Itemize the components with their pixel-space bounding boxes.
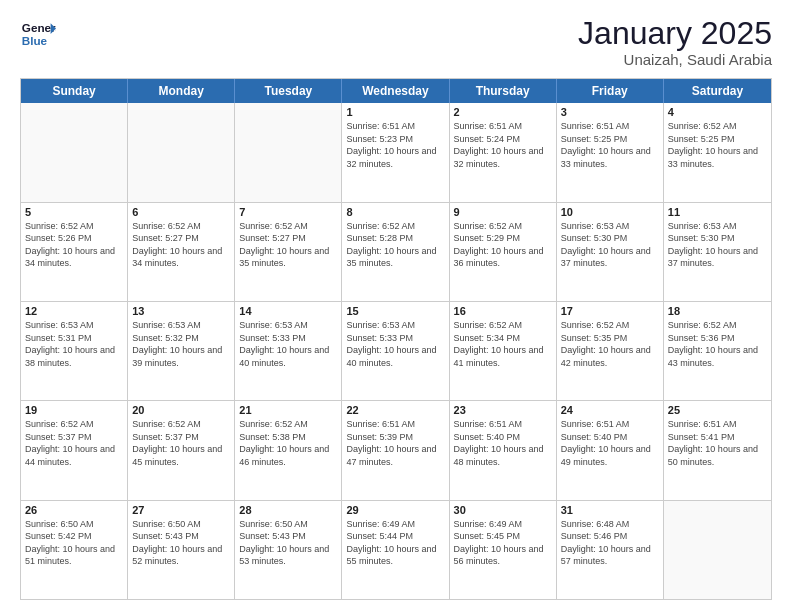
day-number: 13 bbox=[132, 305, 230, 317]
day-cell-1-0: 5Sunrise: 6:52 AM Sunset: 5:26 PM Daylig… bbox=[21, 203, 128, 301]
day-cell-4-6 bbox=[664, 501, 771, 599]
day-number: 25 bbox=[668, 404, 767, 416]
logo: General Blue bbox=[20, 16, 56, 52]
day-cell-1-2: 7Sunrise: 6:52 AM Sunset: 5:27 PM Daylig… bbox=[235, 203, 342, 301]
day-info: Sunrise: 6:52 AM Sunset: 5:34 PM Dayligh… bbox=[454, 319, 552, 369]
day-number: 8 bbox=[346, 206, 444, 218]
day-number: 7 bbox=[239, 206, 337, 218]
day-number: 16 bbox=[454, 305, 552, 317]
day-cell-3-0: 19Sunrise: 6:52 AM Sunset: 5:37 PM Dayli… bbox=[21, 401, 128, 499]
day-number: 26 bbox=[25, 504, 123, 516]
day-number: 30 bbox=[454, 504, 552, 516]
day-number: 18 bbox=[668, 305, 767, 317]
day-info: Sunrise: 6:51 AM Sunset: 5:24 PM Dayligh… bbox=[454, 120, 552, 170]
day-number: 27 bbox=[132, 504, 230, 516]
day-number: 20 bbox=[132, 404, 230, 416]
day-cell-1-3: 8Sunrise: 6:52 AM Sunset: 5:28 PM Daylig… bbox=[342, 203, 449, 301]
day-info: Sunrise: 6:53 AM Sunset: 5:31 PM Dayligh… bbox=[25, 319, 123, 369]
calendar-row-4: 26Sunrise: 6:50 AM Sunset: 5:42 PM Dayli… bbox=[21, 500, 771, 599]
day-cell-2-6: 18Sunrise: 6:52 AM Sunset: 5:36 PM Dayli… bbox=[664, 302, 771, 400]
day-info: Sunrise: 6:53 AM Sunset: 5:32 PM Dayligh… bbox=[132, 319, 230, 369]
day-number: 29 bbox=[346, 504, 444, 516]
day-cell-3-3: 22Sunrise: 6:51 AM Sunset: 5:39 PM Dayli… bbox=[342, 401, 449, 499]
day-cell-0-0 bbox=[21, 103, 128, 201]
day-number: 31 bbox=[561, 504, 659, 516]
day-info: Sunrise: 6:51 AM Sunset: 5:23 PM Dayligh… bbox=[346, 120, 444, 170]
day-cell-1-6: 11Sunrise: 6:53 AM Sunset: 5:30 PM Dayli… bbox=[664, 203, 771, 301]
day-number: 5 bbox=[25, 206, 123, 218]
day-cell-3-2: 21Sunrise: 6:52 AM Sunset: 5:38 PM Dayli… bbox=[235, 401, 342, 499]
day-info: Sunrise: 6:52 AM Sunset: 5:37 PM Dayligh… bbox=[132, 418, 230, 468]
calendar-row-1: 5Sunrise: 6:52 AM Sunset: 5:26 PM Daylig… bbox=[21, 202, 771, 301]
day-number: 24 bbox=[561, 404, 659, 416]
svg-text:Blue: Blue bbox=[22, 34, 48, 47]
day-info: Sunrise: 6:53 AM Sunset: 5:33 PM Dayligh… bbox=[239, 319, 337, 369]
calendar-row-2: 12Sunrise: 6:53 AM Sunset: 5:31 PM Dayli… bbox=[21, 301, 771, 400]
day-info: Sunrise: 6:51 AM Sunset: 5:39 PM Dayligh… bbox=[346, 418, 444, 468]
day-info: Sunrise: 6:52 AM Sunset: 5:37 PM Dayligh… bbox=[25, 418, 123, 468]
day-info: Sunrise: 6:52 AM Sunset: 5:36 PM Dayligh… bbox=[668, 319, 767, 369]
day-info: Sunrise: 6:52 AM Sunset: 5:26 PM Dayligh… bbox=[25, 220, 123, 270]
day-info: Sunrise: 6:52 AM Sunset: 5:27 PM Dayligh… bbox=[132, 220, 230, 270]
day-info: Sunrise: 6:52 AM Sunset: 5:28 PM Dayligh… bbox=[346, 220, 444, 270]
calendar-body: 1Sunrise: 6:51 AM Sunset: 5:23 PM Daylig… bbox=[21, 103, 771, 599]
day-cell-3-5: 24Sunrise: 6:51 AM Sunset: 5:40 PM Dayli… bbox=[557, 401, 664, 499]
calendar: Sunday Monday Tuesday Wednesday Thursday… bbox=[20, 78, 772, 600]
calendar-subtitle: Unaizah, Saudi Arabia bbox=[578, 51, 772, 68]
day-number: 28 bbox=[239, 504, 337, 516]
day-info: Sunrise: 6:48 AM Sunset: 5:46 PM Dayligh… bbox=[561, 518, 659, 568]
day-cell-0-2 bbox=[235, 103, 342, 201]
day-info: Sunrise: 6:50 AM Sunset: 5:43 PM Dayligh… bbox=[132, 518, 230, 568]
day-info: Sunrise: 6:49 AM Sunset: 5:44 PM Dayligh… bbox=[346, 518, 444, 568]
page: General Blue January 2025 Unaizah, Saudi… bbox=[0, 0, 792, 612]
calendar-row-0: 1Sunrise: 6:51 AM Sunset: 5:23 PM Daylig… bbox=[21, 103, 771, 201]
day-info: Sunrise: 6:53 AM Sunset: 5:30 PM Dayligh… bbox=[668, 220, 767, 270]
day-number: 12 bbox=[25, 305, 123, 317]
day-info: Sunrise: 6:51 AM Sunset: 5:25 PM Dayligh… bbox=[561, 120, 659, 170]
day-cell-0-3: 1Sunrise: 6:51 AM Sunset: 5:23 PM Daylig… bbox=[342, 103, 449, 201]
day-number: 14 bbox=[239, 305, 337, 317]
day-cell-4-3: 29Sunrise: 6:49 AM Sunset: 5:44 PM Dayli… bbox=[342, 501, 449, 599]
day-cell-2-0: 12Sunrise: 6:53 AM Sunset: 5:31 PM Dayli… bbox=[21, 302, 128, 400]
day-cell-4-1: 27Sunrise: 6:50 AM Sunset: 5:43 PM Dayli… bbox=[128, 501, 235, 599]
header-friday: Friday bbox=[557, 79, 664, 103]
day-cell-1-5: 10Sunrise: 6:53 AM Sunset: 5:30 PM Dayli… bbox=[557, 203, 664, 301]
calendar-title: January 2025 bbox=[578, 16, 772, 51]
day-number: 11 bbox=[668, 206, 767, 218]
header-monday: Monday bbox=[128, 79, 235, 103]
day-number: 4 bbox=[668, 106, 767, 118]
day-cell-0-6: 4Sunrise: 6:52 AM Sunset: 5:25 PM Daylig… bbox=[664, 103, 771, 201]
day-number: 15 bbox=[346, 305, 444, 317]
day-info: Sunrise: 6:50 AM Sunset: 5:43 PM Dayligh… bbox=[239, 518, 337, 568]
day-number: 6 bbox=[132, 206, 230, 218]
header: General Blue January 2025 Unaizah, Saudi… bbox=[20, 16, 772, 68]
day-cell-2-4: 16Sunrise: 6:52 AM Sunset: 5:34 PM Dayli… bbox=[450, 302, 557, 400]
day-info: Sunrise: 6:51 AM Sunset: 5:40 PM Dayligh… bbox=[454, 418, 552, 468]
day-info: Sunrise: 6:52 AM Sunset: 5:29 PM Dayligh… bbox=[454, 220, 552, 270]
calendar-row-3: 19Sunrise: 6:52 AM Sunset: 5:37 PM Dayli… bbox=[21, 400, 771, 499]
title-block: January 2025 Unaizah, Saudi Arabia bbox=[578, 16, 772, 68]
header-thursday: Thursday bbox=[450, 79, 557, 103]
day-info: Sunrise: 6:52 AM Sunset: 5:27 PM Dayligh… bbox=[239, 220, 337, 270]
day-info: Sunrise: 6:53 AM Sunset: 5:33 PM Dayligh… bbox=[346, 319, 444, 369]
header-sunday: Sunday bbox=[21, 79, 128, 103]
day-cell-4-2: 28Sunrise: 6:50 AM Sunset: 5:43 PM Dayli… bbox=[235, 501, 342, 599]
day-info: Sunrise: 6:52 AM Sunset: 5:35 PM Dayligh… bbox=[561, 319, 659, 369]
day-cell-4-5: 31Sunrise: 6:48 AM Sunset: 5:46 PM Dayli… bbox=[557, 501, 664, 599]
day-cell-1-1: 6Sunrise: 6:52 AM Sunset: 5:27 PM Daylig… bbox=[128, 203, 235, 301]
day-info: Sunrise: 6:53 AM Sunset: 5:30 PM Dayligh… bbox=[561, 220, 659, 270]
day-cell-4-0: 26Sunrise: 6:50 AM Sunset: 5:42 PM Dayli… bbox=[21, 501, 128, 599]
day-number: 17 bbox=[561, 305, 659, 317]
day-number: 22 bbox=[346, 404, 444, 416]
day-cell-0-1 bbox=[128, 103, 235, 201]
header-wednesday: Wednesday bbox=[342, 79, 449, 103]
day-info: Sunrise: 6:50 AM Sunset: 5:42 PM Dayligh… bbox=[25, 518, 123, 568]
day-cell-1-4: 9Sunrise: 6:52 AM Sunset: 5:29 PM Daylig… bbox=[450, 203, 557, 301]
day-info: Sunrise: 6:51 AM Sunset: 5:40 PM Dayligh… bbox=[561, 418, 659, 468]
day-cell-2-3: 15Sunrise: 6:53 AM Sunset: 5:33 PM Dayli… bbox=[342, 302, 449, 400]
day-info: Sunrise: 6:49 AM Sunset: 5:45 PM Dayligh… bbox=[454, 518, 552, 568]
day-number: 21 bbox=[239, 404, 337, 416]
day-cell-2-5: 17Sunrise: 6:52 AM Sunset: 5:35 PM Dayli… bbox=[557, 302, 664, 400]
calendar-header-row: Sunday Monday Tuesday Wednesday Thursday… bbox=[21, 79, 771, 103]
day-cell-4-4: 30Sunrise: 6:49 AM Sunset: 5:45 PM Dayli… bbox=[450, 501, 557, 599]
